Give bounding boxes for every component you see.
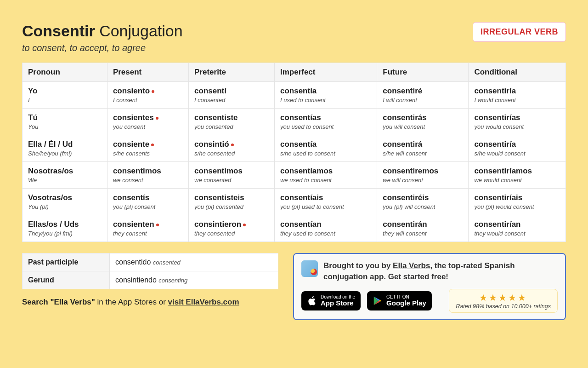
star-icons: ★★★★★ [456, 292, 551, 303]
table-row: TúYouconsientesyou consentconsentisteyou… [23, 109, 566, 135]
participle-row: Gerundconsintiendo consenting [23, 271, 278, 289]
page-subtitle: to consent, to accept, to agree [22, 43, 183, 53]
conjugation-cell: consentimoswe consented [189, 162, 275, 189]
app-store-button[interactable]: Download on theApp Store [301, 291, 361, 310]
visit-link[interactable]: visit EllaVerbs.com [168, 298, 239, 306]
conjugation-cell: consentíasyou used to consent [274, 109, 377, 135]
pronoun-cell: Ella / Él / UdShe/he/you (fml) [23, 135, 107, 162]
irregular-dot-icon [243, 224, 246, 226]
table-header: Present [107, 63, 188, 82]
conjugation-cell: consentíaI used to consent [274, 82, 377, 109]
irregular-badge: IRREGULAR VERB [473, 22, 566, 42]
play-icon [373, 296, 383, 306]
conjugation-cell: consentiríasyou would consent [469, 109, 566, 135]
pronoun-cell: TúYou [23, 109, 107, 135]
conjugation-cell: consentíI consented [189, 82, 275, 109]
conjugation-cell: consentirás/he will consent [377, 135, 469, 162]
participles-table: Past participleconsentido consentedGerun… [22, 253, 278, 289]
promo-link[interactable]: Ella Verbs [393, 261, 430, 270]
table-row: Nosotras/osWeconsentimoswe consentconsen… [23, 162, 566, 189]
search-note: Search "Ella Verbs" in the App Stores or… [22, 298, 278, 307]
conjugation-cell: consentísyou (pl) consent [107, 189, 188, 215]
table-header: Imperfect [274, 63, 377, 82]
promo-box: Brought to you by Ella Verbs, the top-ra… [293, 253, 566, 320]
conjugation-cell: consentirías/he would consent [469, 135, 566, 162]
participle-value: consentido consented [110, 253, 278, 271]
apple-icon [307, 296, 317, 306]
conjugation-cell: consentíanthey used to consent [274, 215, 377, 242]
conjugation-cell: consentías/he used to consent [274, 135, 377, 162]
conjugation-cell: consientes/he consents [107, 135, 188, 162]
participle-label: Gerund [23, 271, 110, 289]
conjugation-cell: consentirásyou will consent [377, 109, 469, 135]
table-row: Ellas/os / UdsThey/you (pl fml)consiente… [23, 215, 566, 242]
conjugation-cell: consientesyou consent [107, 109, 188, 135]
conjugation-cell: consentiríaisyou (pl) would consent [469, 189, 566, 215]
participle-label: Past participle [23, 253, 110, 271]
conjugation-cell: consentíaisyou (pl) used to consent [274, 189, 377, 215]
table-header: Preterite [189, 63, 275, 82]
google-play-button[interactable]: GET IT ONGoogle Play [367, 291, 432, 310]
irregular-dot-icon [231, 144, 234, 146]
app-icon [301, 260, 318, 277]
table-header: Conditional [469, 63, 566, 82]
irregular-dot-icon [156, 224, 159, 226]
irregular-dot-icon [152, 90, 154, 93]
conjugation-cell: consentisteisyou (pl) consented [189, 189, 275, 215]
table-header: Pronoun [23, 63, 107, 82]
conjugation-cell: consentiríaI would consent [469, 82, 566, 109]
conjugation-cell: consentiránthey will consent [377, 215, 469, 242]
participle-value: consintiendo consenting [110, 271, 278, 289]
conjugation-cell: consentisteyou consented [189, 109, 275, 135]
table-row: Vosotras/osYou (pl)consentísyou (pl) con… [23, 189, 566, 215]
conjugation-cell: consentiréI will consent [377, 82, 469, 109]
conjugation-cell: consiententhey consent [107, 215, 188, 242]
participle-row: Past participleconsentido consented [23, 253, 278, 271]
rating-box: ★★★★★ Rated 98% based on 10,000+ ratings [449, 289, 558, 313]
irregular-dot-icon [156, 117, 158, 120]
pronoun-cell: Ellas/os / UdsThey/you (pl fml) [23, 215, 107, 242]
conjugation-cell: consintiós/he consented [189, 135, 275, 162]
conjugation-cell: consentíamoswe used to consent [274, 162, 377, 189]
promo-text: Brought to you by Ella Verbs, the top-ra… [323, 260, 558, 282]
conjugation-cell: consientoI consent [107, 82, 188, 109]
pronoun-cell: Nosotras/osWe [23, 162, 107, 189]
conjugation-table: PronounPresentPreteriteImperfectFutureCo… [22, 63, 566, 242]
conjugation-cell: consintieronthey consented [189, 215, 275, 242]
table-row: YoIconsientoI consentconsentíI consented… [23, 82, 566, 109]
conjugation-cell: consentiremoswe will consent [377, 162, 469, 189]
page-title: Consentir Conjugation [22, 22, 183, 40]
conjugation-cell: consentimoswe consent [107, 162, 188, 189]
pronoun-cell: YoI [23, 82, 107, 109]
conjugation-cell: consentiríanthey would consent [469, 215, 566, 242]
irregular-dot-icon [151, 144, 154, 146]
table-row: Ella / Él / UdShe/he/you (fml)consientes… [23, 135, 566, 162]
conjugation-cell: consentiríamoswe would consent [469, 162, 566, 189]
conjugation-cell: consentiréisyou (pl) will consent [377, 189, 469, 215]
pronoun-cell: Vosotras/osYou (pl) [23, 189, 107, 215]
table-header: Future [377, 63, 469, 82]
